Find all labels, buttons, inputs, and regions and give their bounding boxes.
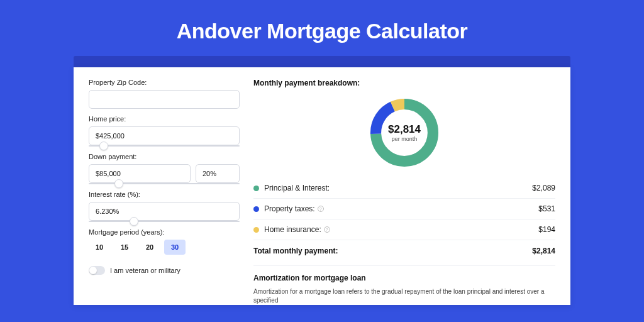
legend-value: $2,089 (532, 184, 555, 192)
down-payment-slider[interactable] (89, 183, 240, 184)
total-label: Total monthly payment: (253, 247, 532, 255)
home-price-input[interactable] (89, 126, 240, 145)
veteran-toggle[interactable] (89, 266, 105, 275)
info-icon[interactable]: ? (324, 226, 330, 233)
legend-dot-icon (253, 186, 259, 191)
mortgage-period-label: Mortgage period (years): (89, 228, 240, 236)
down-payment-pct-input[interactable] (196, 164, 240, 183)
legend-list: Principal & Interest:$2,089Property taxe… (253, 178, 555, 240)
home-price-label: Home price: (89, 115, 240, 123)
period-option-10[interactable]: 10 (89, 240, 110, 255)
donut-chart: $2,814 per month (367, 95, 442, 170)
zip-input[interactable] (89, 90, 240, 109)
total-row: Total monthly payment: $2,814 (253, 240, 555, 262)
legend-row-0: Principal & Interest:$2,089 (253, 178, 555, 198)
interest-rate-label: Interest rate (%): (89, 191, 240, 198)
mortgage-period-group: 10152030 (89, 240, 240, 255)
down-payment-label: Down payment: (89, 153, 240, 160)
home-price-slider[interactable] (89, 145, 240, 147)
period-option-15[interactable]: 15 (114, 240, 135, 255)
veteran-toggle-label: I am veteran or military (110, 267, 180, 274)
legend-label: Principal & Interest: (264, 184, 532, 192)
calculator-card: Property Zip Code: Home price: Down paym… (74, 67, 570, 305)
breakdown-column: Monthly payment breakdown: $2,814 per mo (253, 79, 555, 305)
interest-rate-slider-handle[interactable] (130, 217, 138, 226)
down-payment-slider-handle[interactable] (114, 179, 123, 188)
home-price-slider-handle[interactable] (99, 142, 108, 150)
legend-row-1: Property taxes:?$531 (253, 198, 555, 219)
donut-center-amount: $2,814 (388, 123, 421, 136)
legend-value: $194 (538, 225, 555, 234)
legend-label: Home insurance:? (264, 225, 538, 234)
zip-label: Property Zip Code: (89, 79, 240, 86)
total-value: $2,814 (532, 247, 555, 255)
breakdown-title: Monthly payment breakdown: (253, 79, 555, 87)
down-payment-input[interactable] (89, 164, 191, 183)
form-column: Property Zip Code: Home price: Down paym… (89, 79, 240, 305)
amortization-text: Amortization for a mortgage loan refers … (253, 287, 555, 305)
legend-dot-icon (253, 206, 259, 212)
page-title: Andover Mortgage Calculator (177, 19, 468, 43)
legend-label: Property taxes:? (264, 204, 538, 213)
amortization-block: Amortization for mortgage loan Amortizat… (253, 265, 555, 305)
period-option-20[interactable]: 20 (139, 240, 160, 255)
interest-rate-input[interactable] (89, 202, 240, 221)
legend-value: $531 (538, 204, 555, 213)
info-icon[interactable]: ? (318, 206, 324, 212)
legend-dot-icon (253, 227, 259, 233)
donut-chart-wrap: $2,814 per month (253, 92, 555, 178)
period-option-30[interactable]: 30 (164, 240, 186, 255)
legend-row-2: Home insurance:?$194 (253, 219, 555, 240)
interest-rate-slider[interactable] (89, 221, 240, 222)
amortization-title: Amortization for mortgage loan (253, 274, 555, 282)
header-strip (74, 56, 570, 67)
donut-center-sub: per month (388, 136, 421, 142)
veteran-toggle-knob (89, 267, 97, 274)
